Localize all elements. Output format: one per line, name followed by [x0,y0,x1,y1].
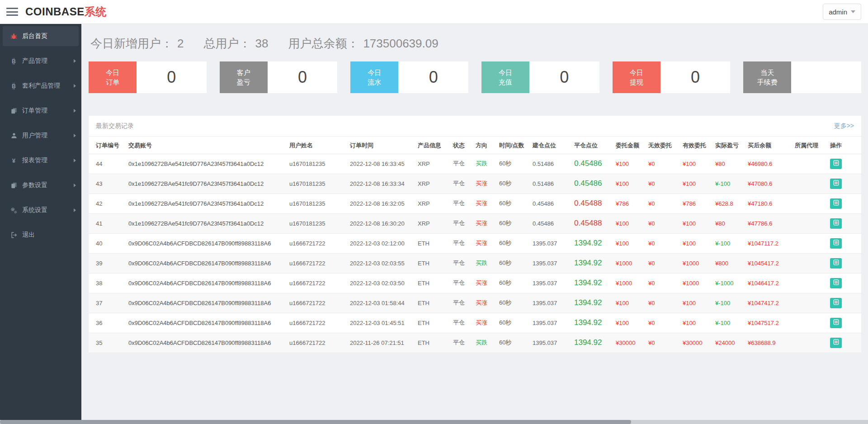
stat-card-label: 客户 盈亏 [220,61,268,93]
duration: 60秒 [499,200,511,207]
column-header: 时间/点数 [492,137,525,154]
horizontal-scrollbar[interactable] [0,420,868,424]
status: 平仓 [453,220,465,226]
product: ETH [418,300,429,306]
sidebar-item-4[interactable]: 用户管理 [0,126,81,146]
status: 平仓 [453,200,465,207]
summary-stat-label: 今日新增用户： [90,37,173,50]
summary-stat: 用户总余额：173500639.09 [288,36,438,52]
more-link[interactable]: 更多>> [834,122,854,130]
user-name: u1670181235 [289,200,326,207]
table-row: 42 0x1e1096272BAe541fc9D776A23f457f3641a… [89,193,861,213]
sidebar-item-2[interactable]: B 套利产品管理 [0,76,81,96]
status: 平仓 [453,279,465,286]
product: ETH [418,240,429,247]
direction: 买跌 [476,259,487,266]
trade-account: 0x1e1096272BAe541fc9D776A23f457f3641a0Dc… [128,200,264,207]
product: ETH [418,260,429,267]
sidebar-item-6[interactable]: 参数设置 [0,175,81,195]
sidebar-item-7[interactable]: 系统设置 [0,200,81,220]
stat-card-label: 今日 提现 [613,61,660,93]
sidebar-item-label: 参数设置 [22,181,47,189]
order-time: 2022-12-03 02:12:00 [350,240,405,247]
column-header: 交易账号 [121,137,282,154]
list-icon [833,220,839,227]
menu-toggle-icon[interactable] [6,8,18,16]
stat-card-label-line1: 今日 [106,68,119,77]
open-price: 0.51486 [533,180,554,187]
stat-card-value: 0 [529,61,599,93]
duration: 60秒 [499,279,511,286]
chevron-right-icon [74,159,76,162]
stat-card-value: 0 [137,61,207,93]
chevron-down-icon [851,10,855,13]
column-header: 有效委托 [675,137,708,154]
brand-logo[interactable]: COINBASE系统 [25,5,107,19]
row-detail-button[interactable] [830,258,842,269]
sidebar-item-1[interactable]: B 产品管理 [0,51,81,71]
list-icon [833,259,839,267]
chevron-right-icon [74,184,76,187]
invalid-amount: ¥0 [648,200,655,207]
valid-amount: ¥100 [683,220,696,227]
column-header: 无效委托 [641,137,675,154]
valid-amount: ¥1000 [683,280,699,287]
sidebar-item-0[interactable]: 后台首页 [3,26,79,46]
list-icon [833,200,839,207]
order-id: 38 [96,280,102,287]
app-header: COINBASE系统 admin [0,0,868,24]
row-detail-button[interactable] [830,278,842,288]
stat-card-label-line2: 流水 [368,77,381,87]
row-detail-button[interactable] [830,159,842,169]
direction: 买跌 [476,339,487,346]
balance-after: ¥1047417.2 [748,300,779,306]
bitcoin-icon: B [10,58,18,65]
svg-text:¥: ¥ [12,157,16,164]
sidebar-item-3[interactable]: 订单管理 [0,101,81,121]
invalid-amount: ¥0 [648,220,655,227]
user-name: u1670181235 [289,220,326,227]
row-detail-button[interactable] [830,298,842,308]
row-detail-button[interactable] [830,238,842,249]
user-menu-button[interactable]: admin [823,4,861,20]
sidebar-item-5[interactable]: ¥ 报表管理 [0,151,81,170]
column-header: 订单时间 [343,137,410,154]
sidebar-item-label: 退出 [22,231,35,239]
column-header: 买后余额 [741,137,788,154]
summary-stat-label: 用户总余额： [288,37,359,50]
sidebar-item-label: 产品管理 [22,57,47,65]
row-detail-button[interactable] [830,198,842,209]
sidebar-item-8[interactable]: 退出 [0,225,81,245]
open-price: 1395.037 [533,260,557,267]
brand-suffix: 系统 [85,5,107,18]
sidebar-item-label: 订单管理 [22,107,47,115]
column-header: 委托金额 [609,137,641,154]
stat-card-label-line2: 提现 [630,77,643,87]
actual-profit: ¥80 [715,160,725,167]
direction: 买涨 [476,279,487,286]
user-name: u1666721722 [289,240,326,247]
summary-stat-value: 173500639.09 [363,37,438,50]
row-detail-button[interactable] [830,338,842,348]
row-detail-button[interactable] [830,218,842,229]
product: ETH [418,320,429,326]
status: 平仓 [453,180,465,187]
trade-account: 0x9D06C02A4b6ACFDBCD826147B090ff89883118… [128,260,271,267]
actual-profit: ¥628.8 [715,200,733,207]
balance-after: ¥1046417.2 [748,280,779,287]
status: 平仓 [453,339,465,346]
open-price: 0.51486 [533,160,554,167]
invalid-amount: ¥0 [648,339,655,346]
invalid-amount: ¥0 [648,260,655,267]
user-menu-label: admin [829,8,847,16]
row-detail-button[interactable] [830,179,842,189]
product: XRP [418,200,430,207]
column-header: 产品信息 [410,137,446,154]
scrollbar-thumb[interactable] [0,420,631,424]
row-detail-button[interactable] [830,318,842,328]
invalid-amount: ¥0 [648,240,655,247]
stat-card-label-line1: 今日 [368,68,381,77]
order-amount: ¥100 [616,160,629,167]
balance-after: ¥47786.6 [748,220,772,227]
column-header: 操作 [823,137,861,154]
